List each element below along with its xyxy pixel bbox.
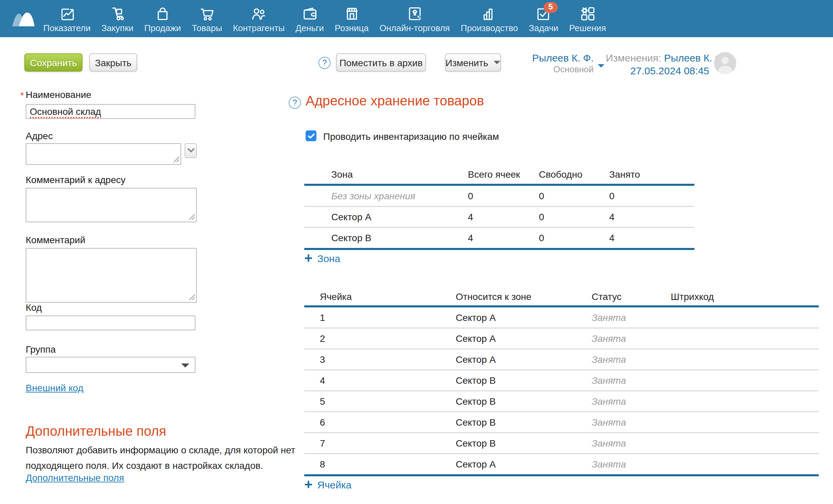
nav-item-goods[interactable]: Товары	[186, 0, 227, 33]
purchases-icon	[109, 5, 126, 22]
page: ПоказателиЗакупкиПродажиТоварыКонтрагент…	[0, 0, 833, 504]
zone-table-row[interactable]: Сектор А404	[304, 207, 694, 228]
cell-table-row[interactable]: 1Сектор АЗанята	[304, 307, 819, 328]
additional-fields-link[interactable]: Дополнительные поля	[26, 472, 124, 483]
help-icon[interactable]: ?	[318, 57, 331, 69]
brand-logo-icon[interactable]	[10, 8, 37, 28]
cell-table-row-status: Занята	[592, 333, 671, 344]
cell-table-row-zone: Сектор В	[456, 438, 592, 449]
address-dropdown-button[interactable]	[185, 143, 197, 158]
chevron-down-icon	[494, 61, 500, 64]
nav-item-contractors[interactable]: Контрагенты	[228, 0, 290, 33]
cell-table-row-cell: 3	[304, 354, 456, 365]
cell-table-row[interactable]: 2Сектор АЗанята	[304, 328, 819, 349]
cell-table-row-cell: 1	[304, 312, 456, 323]
zone-table-row-occupied: 4	[609, 232, 694, 243]
nav-item-purchases[interactable]: Закупки	[96, 0, 139, 33]
nav-item-label: Деньги	[295, 23, 324, 33]
cell-table-row-zone: Сектор А	[456, 459, 592, 470]
nav-item-online[interactable]: Онлайн-торговля	[374, 0, 455, 33]
description-line: подходящего поля. Их создают в настройка…	[26, 458, 323, 474]
select-caret-icon	[181, 363, 189, 368]
nav-item-retail[interactable]: Розница	[329, 0, 374, 33]
changes-datetime: 27.05.2024 08:45	[606, 65, 709, 76]
zone-table-row[interactable]: Без зоны хранения000	[304, 186, 694, 207]
zones-header-occupied: Занято	[609, 169, 694, 179]
storage-help-icon[interactable]: ?	[289, 97, 301, 109]
description-line: Позволяют добавить информацию о складе, …	[26, 443, 323, 458]
cell-table-row[interactable]: 3Сектор АЗанята	[304, 349, 819, 370]
add-cell-button[interactable]: + Ячейка	[304, 478, 352, 490]
cells-header-barcode: Штрихкод	[671, 291, 819, 302]
cell-table-row[interactable]: 6Сектор ВЗанята	[304, 412, 819, 433]
owner-link[interactable]: Рылеев К. Ф.	[521, 52, 594, 64]
additional-fields-title: Дополнительные поля	[26, 424, 166, 439]
zone-table-row-total: 0	[468, 191, 539, 201]
metrics-icon	[58, 5, 76, 22]
cell-table-row-cell: 6	[304, 417, 456, 428]
add-zone-button[interactable]: + Зона	[304, 252, 340, 264]
top-navigation: ПоказателиЗакупкиПродажиТоварыКонтрагент…	[0, 0, 833, 37]
code-label: Код	[26, 302, 42, 313]
nav-item-label: Закупки	[101, 23, 134, 33]
nav-item-label: Производство	[461, 23, 518, 33]
cell-table-row-zone: Сектор А	[456, 333, 592, 344]
nav-item-money[interactable]: Деньги	[290, 0, 329, 33]
zones-table: Зона Всего ячеек Свободно Занято Без зон…	[304, 164, 694, 250]
cell-table-row-cell: 7	[304, 438, 456, 449]
close-button[interactable]: Закрыть	[89, 53, 137, 72]
nav-item-production[interactable]: Производство	[455, 0, 524, 33]
cell-table-row[interactable]: 8Сектор АЗанята	[304, 454, 819, 474]
solutions-icon	[579, 5, 596, 22]
nav-item-sales[interactable]: Продажи	[139, 0, 187, 33]
cell-table-row-status: Занята	[592, 417, 671, 428]
additional-fields-description: Позволяют добавить информацию о складе, …	[26, 443, 323, 474]
add-zone-label: Зона	[317, 252, 340, 264]
plus-icon: +	[304, 252, 313, 264]
nav-item-tasks[interactable]: 5Задачи	[523, 0, 564, 33]
cell-table-row-status: Занята	[592, 396, 671, 407]
archive-button[interactable]: Поместить в архив	[336, 53, 426, 72]
cell-table-row-status: Занята	[592, 312, 671, 323]
nav-item-label: Контрагенты	[233, 23, 285, 33]
zones-header-free: Свободно	[539, 169, 609, 179]
zone-table-row[interactable]: Сектор В404	[304, 228, 694, 248]
edit-button[interactable]: Изменить	[445, 53, 501, 72]
zones-header-total: Всего ячеек	[468, 169, 539, 179]
zone-table-row-zone: Сектор В	[304, 232, 468, 243]
cells-header-zone: Относится к зоне	[456, 291, 592, 302]
contractors-icon	[250, 5, 267, 22]
tasks-icon: 5	[535, 5, 552, 22]
nav-item-label: Показатели	[43, 23, 91, 33]
changes-label: Изменения:	[606, 52, 661, 64]
name-label: Наименование	[26, 89, 91, 100]
address-textarea[interactable]	[26, 143, 181, 165]
owner-chevron-down-icon[interactable]	[598, 64, 604, 68]
zone-table-row-free: 0	[539, 211, 609, 222]
save-button[interactable]: Сохранить	[24, 53, 82, 72]
external-code-link[interactable]: Внешний код	[26, 382, 84, 393]
name-input[interactable]: Основной склад	[26, 104, 195, 119]
nav-item-label: Решения	[569, 23, 606, 33]
cell-table-row[interactable]: 4Сектор ВЗанята	[304, 370, 819, 391]
code-input[interactable]	[26, 316, 195, 330]
avatar[interactable]	[714, 52, 736, 74]
inventory-checkbox[interactable]	[306, 130, 316, 141]
cell-table-row-cell: 5	[304, 396, 456, 407]
nav-item-solutions[interactable]: Решения	[564, 0, 612, 33]
cell-table-row-zone: Сектор В	[456, 417, 592, 428]
cell-table-row-status: Занята	[592, 354, 671, 365]
cell-table-row[interactable]: 5Сектор ВЗанята	[304, 391, 819, 412]
cell-table-row[interactable]: 7Сектор ВЗанята	[304, 433, 819, 454]
address-comment-textarea[interactable]	[26, 188, 197, 222]
cell-table-row-zone: Сектор А	[456, 312, 592, 323]
comment-textarea[interactable]	[26, 248, 197, 303]
nav-item-metrics[interactable]: Показатели	[38, 0, 96, 33]
zone-table-row-zone: Сектор А	[304, 211, 468, 222]
zone-table-row-occupied: 0	[609, 191, 694, 201]
storage-title: Адресное хранение товаров	[306, 93, 484, 109]
owner-department: Основной	[521, 64, 594, 74]
online-icon	[406, 5, 424, 22]
group-select[interactable]	[26, 357, 195, 373]
cell-table-row-cell: 2	[304, 333, 456, 344]
